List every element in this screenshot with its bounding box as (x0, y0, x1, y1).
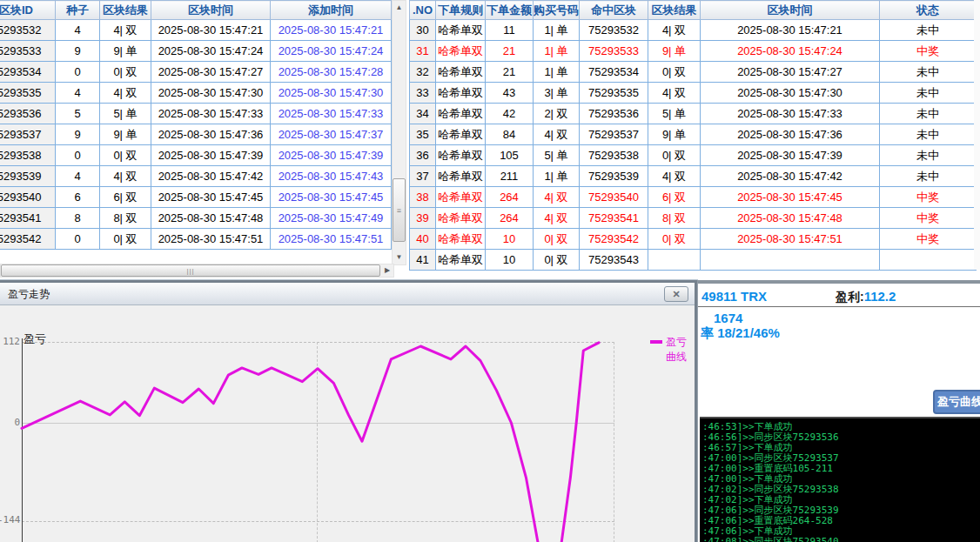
column-header[interactable]: 区块时间 (701, 1, 880, 20)
scroll-right-button[interactable]: ▶ (381, 264, 393, 277)
table-row[interactable]: 32哈希单双211| 单752935340| 双2025-08-30 15:47… (410, 62, 977, 83)
table-row[interactable]: 7529353655| 单2025-08-30 15:47:332025-08-… (0, 104, 392, 124)
table-cell: 0| 双 (648, 62, 701, 83)
table-cell: 39 (410, 208, 436, 229)
table-row[interactable]: 7529353544| 双2025-08-30 15:47:302025-08-… (0, 83, 392, 104)
profit-label: 盈利: (836, 290, 864, 304)
table-cell: 6 (56, 187, 100, 208)
column-header[interactable]: 状态 (880, 1, 977, 20)
column-header[interactable]: 命中区块 (580, 1, 648, 20)
table-row[interactable]: 31哈希单双211| 单752935339| 单2025-08-30 15:47… (410, 41, 977, 62)
table-cell: 2025-08-30 15:47:33 (271, 104, 392, 124)
window-title: 盈亏走势 (8, 288, 50, 300)
scroll-thumb[interactable]: ≡ (393, 178, 406, 242)
table-cell: 8| 双 (100, 208, 151, 229)
table-row[interactable]: 35哈希单双844| 双752935379| 单2025-08-30 15:47… (410, 124, 977, 145)
y-tick-label: -144 (0, 514, 20, 525)
table-cell: 75293535 (580, 83, 648, 104)
table-cell: 中奖 (880, 208, 977, 229)
grip-icon: ||| (186, 267, 194, 275)
table-cell: 38 (410, 187, 436, 208)
table-cell: 1| 单 (534, 41, 580, 62)
column-header[interactable]: 下单金额 (486, 1, 534, 20)
profit-summary: 盈利:112.2 (836, 289, 896, 305)
table-cell: 4 (56, 20, 100, 41)
column-header[interactable]: 区块ID (0, 1, 56, 20)
table-cell: 2025-08-30 15:47:39 (271, 145, 392, 166)
zero-gridline (22, 423, 614, 424)
table-row[interactable]: 7529354188| 双2025-08-30 15:47:482025-08-… (0, 208, 392, 229)
scroll-up-button[interactable]: ▲ (392, 1, 406, 15)
table-cell: 264 (486, 187, 534, 208)
table-row[interactable]: 7529353800| 双2025-08-30 15:47:392025-08-… (0, 145, 392, 166)
table-cell: 75293534 (580, 62, 648, 83)
table-cell: 4| 双 (100, 20, 151, 41)
table-cell: 75293533 (580, 41, 648, 62)
table-cell: 2025-08-30 15:47:24 (271, 41, 392, 62)
table-cell: 2025-08-30 15:47:51 (701, 229, 880, 250)
table-cell: 75293541 (580, 208, 648, 229)
table-row[interactable]: 7529353244| 双2025-08-30 15:47:212025-08-… (0, 20, 392, 41)
table-cell: 未中 (880, 124, 977, 145)
column-header[interactable]: 添加时间 (271, 1, 392, 20)
table-cell: 0 (56, 145, 100, 166)
table-cell: 4| 双 (100, 83, 151, 104)
table-row[interactable]: 34哈希单双422| 双752935365| 单2025-08-30 15:47… (410, 104, 977, 124)
table-cell: 75293537 (0, 124, 56, 145)
table-cell (648, 250, 701, 271)
table-cell: 中奖 (880, 229, 977, 250)
table-cell: 2025-08-30 15:47:45 (701, 187, 880, 208)
table-cell: 2025-08-30 15:47:49 (271, 208, 392, 229)
table-cell: 75293535 (0, 83, 56, 104)
table-row[interactable]: 30哈希单双111| 单752935324| 双2025-08-30 15:47… (410, 20, 977, 41)
column-header[interactable]: 下单规则 (436, 1, 486, 20)
table-cell: 2025-08-30 15:47:43 (271, 166, 392, 187)
close-button[interactable]: ✕ (664, 286, 688, 302)
table-row[interactable]: 40哈希单双100| 双752935420| 双2025-08-30 15:47… (410, 229, 977, 250)
table-cell: 2025-08-30 15:47:30 (271, 83, 392, 104)
table-cell: 21 (486, 41, 534, 62)
column-header[interactable]: 种子 (56, 1, 100, 20)
column-header[interactable]: .NO (410, 1, 436, 20)
table-row[interactable]: 33哈希单双433| 单752935354| 双2025-08-30 15:47… (410, 83, 977, 104)
profit-chart-window: 盈亏走势 ✕ 盈亏 112 0 -144 盈亏曲线 (0, 280, 697, 542)
table-row[interactable]: 7529353799| 单2025-08-30 15:47:362025-08-… (0, 124, 392, 145)
table-cell: 75293542 (0, 229, 56, 250)
table-cell: 2025-08-30 15:47:27 (151, 62, 271, 83)
column-header[interactable]: 区块时间 (151, 1, 271, 20)
table-cell: 2025-08-30 15:47:45 (151, 187, 271, 208)
table-cell: 2025-08-30 15:47:45 (271, 187, 392, 208)
table-cell: 36 (410, 145, 436, 166)
table-cell: 35 (410, 124, 436, 145)
table-row[interactable]: 7529353400| 双2025-08-30 15:47:272025-08-… (0, 62, 392, 83)
table-cell: 75293543 (580, 250, 648, 271)
table-row[interactable]: 7529354200| 双2025-08-30 15:47:512025-08-… (0, 229, 392, 250)
table-row[interactable]: 7529353399| 单2025-08-30 15:47:242025-08-… (0, 41, 392, 62)
log-console[interactable]: :46:53]>>下单成功:46:56]>>同步区块75293536:46:57… (700, 417, 980, 542)
column-header[interactable]: 区块结果 (648, 1, 701, 20)
table-cell: 75293538 (0, 145, 56, 166)
table-row[interactable]: 36哈希单双1055| 单752935380| 双2025-08-30 15:4… (410, 145, 977, 166)
window-title-bar[interactable]: 盈亏走势 (0, 283, 695, 305)
table-cell: 未中 (880, 166, 977, 187)
table-cell: 2025-08-30 15:47:51 (271, 229, 392, 250)
round-count: 1674 (714, 311, 742, 325)
table-cell: 75293532 (580, 20, 648, 41)
table-cell: 2025-08-30 15:47:36 (151, 124, 271, 145)
table-row[interactable]: 39哈希单双2644| 双752935418| 双2025-08-30 15:4… (410, 208, 977, 229)
profit-curve-button[interactable]: 盈亏曲线 (933, 390, 980, 414)
table-row[interactable]: 41哈希单双100| 双75293543 (410, 250, 977, 271)
column-header[interactable]: 购买号码 (534, 1, 580, 20)
scroll-thumb[interactable]: ||| (1, 264, 380, 277)
table-row[interactable]: 7529354066| 双2025-08-30 15:47:452025-08-… (0, 187, 392, 208)
column-header[interactable]: 区块结果 (100, 1, 151, 20)
table-cell: 2025-08-30 15:47:27 (701, 62, 880, 83)
table-row[interactable]: 37哈希单双2111| 单752935394| 双2025-08-30 15:4… (410, 166, 977, 187)
table-row[interactable]: 7529353944| 双2025-08-30 15:47:422025-08-… (0, 166, 392, 187)
gridline (317, 342, 318, 542)
table-row[interactable]: 38哈希单双2644| 双752935406| 双2025-08-30 15:4… (410, 187, 977, 208)
table-cell: 33 (410, 83, 436, 104)
table-cell: 哈希单双 (436, 250, 486, 271)
scroll-down-button[interactable]: ▼ (392, 251, 406, 264)
table-cell: 未中 (880, 62, 977, 83)
